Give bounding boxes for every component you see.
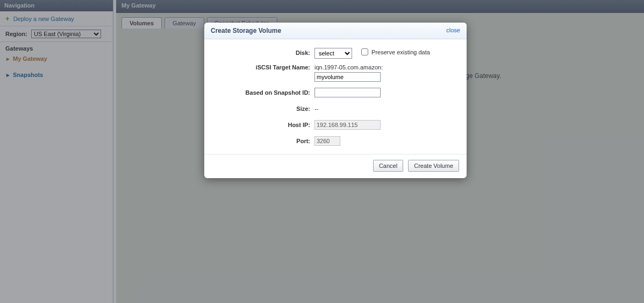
preserve-data-checkbox[interactable] <box>361 48 368 55</box>
snapshot-id-input[interactable] <box>314 88 381 97</box>
size-value: -- <box>314 105 455 112</box>
hostip-label: Host IP: <box>216 122 314 128</box>
iscsi-label: iSCSI Target Name: <box>216 64 314 71</box>
hostip-input <box>314 120 381 130</box>
iscsi-prefix: iqn.1997-05.com.amazon: <box>314 64 455 71</box>
port-label: Port: <box>216 138 314 144</box>
modal-title: Create Storage Volume <box>211 27 281 34</box>
preserve-data-label: Preserve existing data <box>371 49 430 55</box>
disk-label: Disk: <box>216 50 314 56</box>
disk-select[interactable]: select <box>314 48 352 59</box>
cancel-button[interactable]: Cancel <box>373 160 403 172</box>
close-link[interactable]: close <box>446 27 460 33</box>
modal-footer: Cancel Create Volume <box>204 154 467 178</box>
snapshot-id-label: Based on Snapshot ID: <box>216 89 314 96</box>
modal-header: Create Storage Volume close <box>204 23 467 39</box>
port-input <box>314 136 340 146</box>
size-label: Size: <box>216 105 314 112</box>
create-volume-button[interactable]: Create Volume <box>408 160 459 172</box>
create-volume-modal: Create Storage Volume close Disk: select… <box>204 23 467 178</box>
iscsi-name-input[interactable] <box>314 72 381 82</box>
